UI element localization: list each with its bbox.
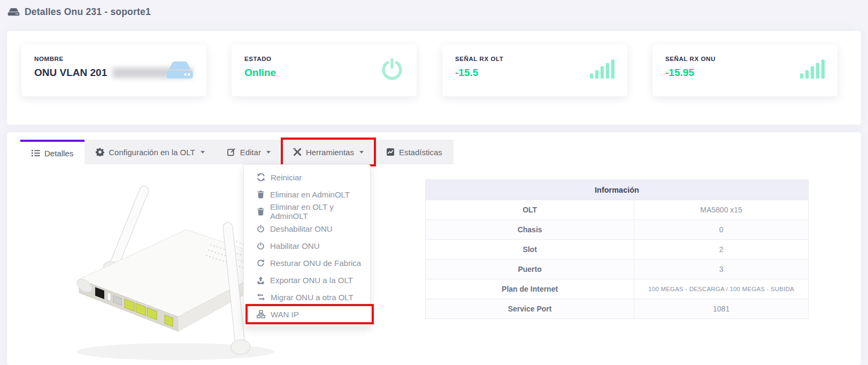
list-icon (32, 149, 40, 157)
stat-card-value: ONU VLAN 201 (34, 67, 107, 79)
menu-item-label: Eliminar en OLT y AdminOLT (270, 202, 365, 220)
stat-cards-panel: NOMBREONU VLAN 201ESTADOOnlineSEÑAL RX O… (7, 31, 861, 125)
table-row-value: 1081 (634, 299, 809, 319)
caret-down-icon (359, 151, 364, 154)
tab-label: Estadísticas (399, 148, 442, 157)
stat-card-value: -15.5 (455, 67, 478, 79)
menu-item-label: Exportar ONU a la OLT (270, 276, 353, 285)
stat-card-estado: ESTADOOnline (232, 44, 417, 96)
menu-item-label: Migrar ONU a otra OLT (271, 293, 354, 302)
hdd-icon (166, 60, 194, 82)
table-row-value: 3 (634, 260, 809, 279)
herramientas-dropdown-menu: ReiniciarEliminar en AdminOLTEliminar en… (243, 164, 371, 327)
redo-icon (257, 259, 265, 267)
signal-bars-icon (590, 59, 614, 81)
stat-card-se-al-rx-onu: SEÑAL RX ONU-15.95 (652, 44, 838, 96)
menu-item-deshabilitar-onu[interactable]: Deshabilitar ONU (244, 220, 370, 237)
menu-item-exportar-onu-a-la-olt[interactable]: Exportar ONU a la OLT (244, 271, 370, 288)
tools-icon (293, 148, 302, 156)
table-row-value: 0 (634, 220, 809, 240)
menu-item-eliminar-en-adminolt[interactable]: Eliminar en AdminOLT (244, 186, 370, 203)
tab-label: Configuración en la OLT (109, 148, 195, 157)
tab-detalles[interactable]: Detalles (20, 140, 85, 164)
menu-item-migrar-onu-a-otra-olt[interactable]: Migrar ONU a otra OLT (244, 288, 370, 306)
trash-icon (257, 190, 265, 199)
sync-icon (257, 173, 265, 181)
power-off-icon (257, 242, 265, 250)
menu-item-wan-ip[interactable]: WAN IP (244, 306, 370, 323)
menu-item-resturar-onu-de-fabrica[interactable]: Resturar ONU de Fabrica (244, 254, 370, 271)
trash-icon (257, 207, 265, 216)
menu-item-label: Eliminar en AdminOLT (270, 190, 350, 199)
tab-configuraci-n-en-la-olt[interactable]: Configuración en la OLT (85, 140, 216, 164)
table-row-value: MA5800 x15 (634, 200, 809, 220)
menu-item-label: Habilitar ONU (270, 241, 320, 250)
menu-item-label: WAN IP (271, 310, 299, 319)
gear-icon (96, 148, 104, 156)
page-title: Detalles Onu 231 - soporte1 (25, 6, 151, 18)
menu-item-label: Resturar ONU de Fabrica (270, 258, 361, 268)
information-table: Información OLTMA5800 x15Chasis0Slot2Pue… (425, 179, 809, 319)
stat-card-value: -15.95 (665, 67, 694, 79)
tab-herramientas[interactable]: Herramientas (282, 140, 375, 164)
power-icon (380, 57, 404, 83)
table-row-slot: Slot2 (426, 240, 809, 260)
table-row-service-port: Service Port1081 (426, 299, 809, 319)
menu-item-eliminar-en-olt-y-adminolt[interactable]: Eliminar en OLT y AdminOLT (244, 203, 370, 220)
tab-bar: DetallesConfiguración en la OLTEditarHer… (20, 140, 454, 164)
table-row-label: Plan de Internet (426, 279, 634, 299)
content-panel: DetallesConfiguración en la OLTEditarHer… (7, 132, 861, 365)
tab-label: Detalles (44, 149, 73, 158)
table-row-puerto: Puerto3 (426, 260, 809, 279)
table-row-plan-de-internet: Plan de Internet100 MEGAS - DESCARGA / 1… (426, 279, 809, 299)
menu-item-label: Deshabilitar ONU (270, 224, 333, 233)
stat-card-nombre: NOMBREONU VLAN 201 (21, 44, 206, 96)
table-row-label: OLT (426, 200, 634, 220)
table-row-label: Puerto (426, 260, 634, 279)
stat-card-se-al-rx-olt: SEÑAL RX OLT-15.5 (442, 44, 627, 96)
caret-down-icon (201, 151, 205, 154)
exchange-icon (257, 293, 265, 301)
tab-label: Editar (240, 148, 261, 157)
tab-estad-sticas[interactable]: Estadísticas (375, 140, 454, 164)
table-row-olt: OLTMA5800 x15 (426, 200, 809, 220)
table-row-value: 2 (634, 240, 809, 260)
menu-item-label: Reiniciar (271, 173, 302, 182)
sitemap-icon (257, 310, 265, 318)
caret-down-icon (266, 151, 271, 154)
table-row-value: 100 MEGAS - DESCARGA / 100 MEGAS - SUBID… (634, 279, 809, 299)
table-row-label: Slot (426, 240, 634, 260)
stat-card-value: Online (244, 67, 276, 79)
upload-icon (257, 276, 265, 284)
tab-editar[interactable]: Editar (216, 140, 282, 164)
onu-device-icon (7, 7, 20, 17)
tab-label: Herramientas (306, 148, 354, 157)
table-row-chasis: Chasis0 (426, 220, 809, 240)
page-header: Detalles Onu 231 - soporte1 (0, 0, 868, 25)
menu-item-reiniciar[interactable]: Reiniciar (244, 169, 370, 186)
edit-icon (227, 148, 236, 156)
signal-bars-icon (800, 59, 825, 81)
table-row-label: Chasis (426, 220, 634, 240)
chart-icon (386, 148, 395, 156)
information-table-header: Información (426, 180, 809, 200)
menu-item-habilitar-onu[interactable]: Habilitar ONU (244, 237, 370, 254)
table-row-label: Service Port (426, 299, 634, 319)
power-off-icon (257, 225, 265, 233)
